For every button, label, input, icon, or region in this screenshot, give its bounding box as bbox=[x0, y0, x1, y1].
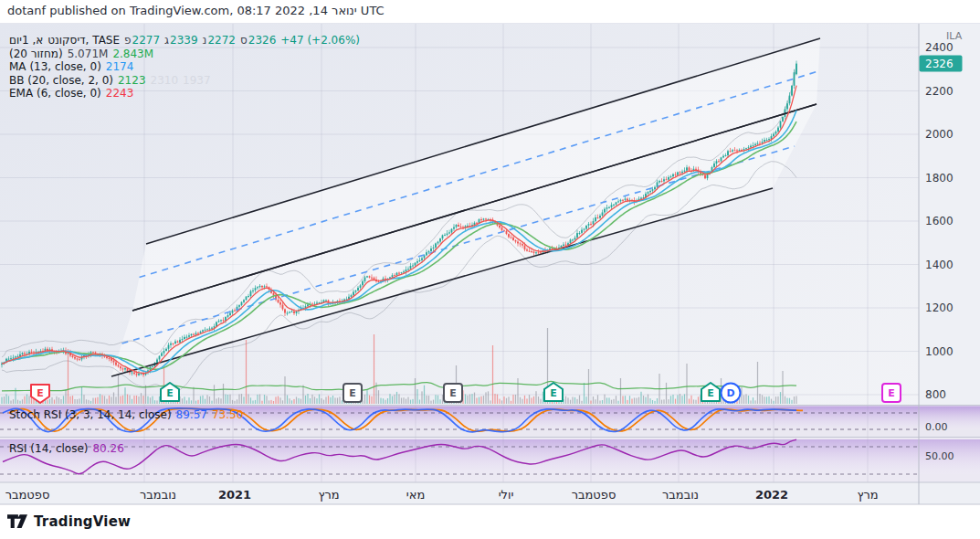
svg-text:ספטמבר: ספטמבר bbox=[572, 488, 616, 502]
svg-text:0.00: 0.00 bbox=[925, 421, 948, 433]
svg-text:E: E bbox=[449, 387, 457, 399]
svg-text:1400: 1400 bbox=[925, 259, 954, 271]
svg-text:יולי: יולי bbox=[499, 488, 514, 502]
svg-text:נובמבר: נובמבר bbox=[140, 488, 176, 502]
svg-text:D: D bbox=[726, 387, 734, 399]
svg-text:E: E bbox=[550, 387, 557, 399]
tradingview-logo-icon bbox=[7, 514, 27, 529]
svg-text:800: 800 bbox=[925, 388, 946, 401]
svg-text:50.00: 50.00 bbox=[925, 450, 954, 462]
tradingview-brand-text: TradingView bbox=[34, 513, 131, 530]
svg-text:E: E bbox=[349, 387, 356, 399]
event-badge-e[interactable]: E bbox=[444, 384, 462, 402]
footer: TradingView bbox=[0, 505, 980, 539]
svg-text:2400: 2400 bbox=[925, 41, 954, 54]
attribution-text: dotanf published on TradingView.com, 08:… bbox=[7, 4, 385, 17]
svg-text:2022: 2022 bbox=[755, 488, 788, 502]
tradingview-link[interactable]: TradingView bbox=[7, 513, 131, 530]
last-price-badge: 2326 bbox=[920, 56, 963, 72]
svg-text:מרץ: מרץ bbox=[857, 488, 878, 502]
event-badge-d[interactable]: D bbox=[722, 384, 741, 403]
event-badge-e[interactable]: E bbox=[343, 384, 362, 402]
svg-text:ספטמבר: ספטמבר bbox=[5, 488, 50, 502]
svg-text:E: E bbox=[888, 387, 895, 399]
svg-text:1000: 1000 bbox=[925, 345, 954, 358]
event-badge-e[interactable]: E bbox=[882, 384, 901, 402]
svg-text:E: E bbox=[37, 387, 44, 399]
svg-text:E: E bbox=[166, 387, 174, 399]
svg-text:1200: 1200 bbox=[925, 301, 954, 314]
chart-canvas[interactable]: EEEEEEDEILA24002200200018001600140012001… bbox=[0, 0, 980, 539]
attribution-bar: dotanf published on TradingView.com, 08:… bbox=[0, 0, 980, 24]
svg-text:מאי: מאי bbox=[406, 488, 425, 502]
svg-text:2000: 2000 bbox=[925, 128, 954, 141]
svg-text:2021: 2021 bbox=[218, 488, 251, 502]
svg-text:2326: 2326 bbox=[925, 58, 954, 70]
svg-text:E: E bbox=[707, 387, 714, 399]
svg-text:מרץ: מרץ bbox=[318, 488, 339, 502]
svg-text:1800: 1800 bbox=[925, 172, 954, 185]
svg-text:1600: 1600 bbox=[925, 215, 954, 227]
svg-text:נובמבר: נובמבר bbox=[662, 488, 699, 502]
svg-text:2200: 2200 bbox=[925, 85, 954, 98]
